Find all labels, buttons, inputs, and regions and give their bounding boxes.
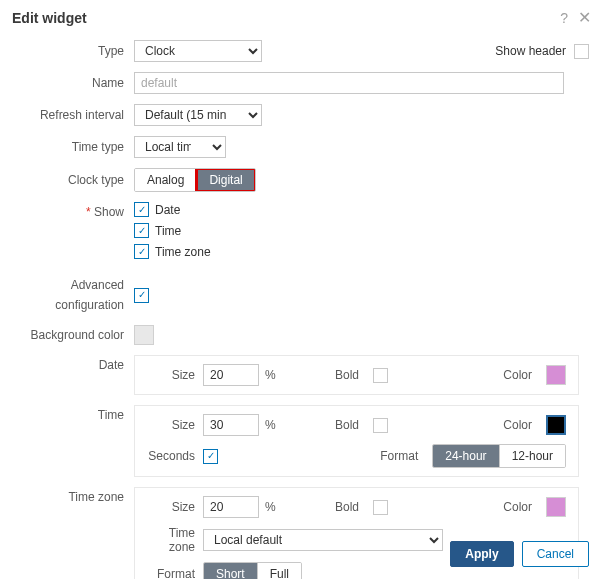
show-timezone-label: Time zone — [155, 245, 211, 259]
label-refresh: Refresh interval — [14, 105, 134, 125]
date-panel: Size % Bold Color — [134, 355, 579, 395]
footer: Apply Cancel — [450, 541, 589, 567]
time-panel: Size % Bold Color Seconds ✓ — [134, 405, 579, 477]
label-show-header: Show header — [495, 44, 566, 58]
tz-format-label: Format — [147, 567, 203, 579]
label-timetype: Time type — [14, 137, 134, 157]
time-bold-checkbox[interactable] — [373, 418, 388, 433]
tz-color-label: Color — [500, 500, 540, 514]
clocktype-digital[interactable]: Digital — [197, 169, 254, 191]
clocktype-toggle: Analog Digital — [134, 168, 256, 192]
time-format-toggle: 24-hour 12-hour — [432, 444, 566, 468]
time-color-swatch[interactable] — [546, 415, 566, 435]
date-bold-label: Bold — [323, 368, 367, 382]
time-seconds-label: Seconds — [147, 449, 203, 463]
time-size-unit: % — [265, 418, 276, 432]
timetype-select[interactable]: Local time — [134, 136, 226, 158]
label-bgcolor: Background color — [14, 325, 134, 345]
help-icon[interactable]: ? — [560, 11, 568, 25]
tz-bold-label: Bold — [323, 500, 367, 514]
time-format-24[interactable]: 24-hour — [433, 445, 499, 467]
tz-format-toggle: Short Full — [203, 562, 302, 579]
apply-button[interactable]: Apply — [450, 541, 513, 567]
time-format-label: Format — [376, 449, 426, 463]
tz-select[interactable]: Local default — [203, 529, 443, 551]
time-size-input[interactable] — [203, 414, 259, 436]
name-input[interactable] — [134, 72, 564, 94]
time-format-12[interactable]: 12-hour — [500, 445, 565, 467]
close-icon[interactable]: ✕ — [578, 10, 591, 26]
time-bold-label: Bold — [323, 418, 367, 432]
tz-format-short[interactable]: Short — [204, 563, 258, 579]
advanced-checkbox[interactable]: ✓ — [134, 288, 149, 303]
time-size-label: Size — [147, 418, 203, 432]
show-timezone-checkbox[interactable]: ✓ — [134, 244, 149, 259]
cancel-button[interactable]: Cancel — [522, 541, 589, 567]
form: Type Clock Show header Name Refresh inte… — [0, 36, 603, 579]
label-type: Type — [14, 41, 134, 61]
date-size-unit: % — [265, 368, 276, 382]
tz-tz-label: Time zone — [147, 526, 203, 554]
show-date-label: Date — [155, 203, 180, 217]
show-date-checkbox[interactable]: ✓ — [134, 202, 149, 217]
time-color-label: Color — [500, 418, 540, 432]
dialog-titlebar: Edit widget ? ✕ — [0, 0, 603, 36]
label-time-section: Time — [14, 405, 134, 425]
date-size-label: Size — [147, 368, 203, 382]
type-select[interactable]: Clock — [134, 40, 262, 62]
show-header-checkbox[interactable] — [574, 44, 589, 59]
label-tz-section: Time zone — [14, 487, 134, 507]
date-bold-checkbox[interactable] — [373, 368, 388, 383]
tz-size-label: Size — [147, 500, 203, 514]
refresh-select[interactable]: Default (15 minutes) — [134, 104, 262, 126]
tz-format-full[interactable]: Full — [258, 563, 301, 579]
tz-size-unit: % — [265, 500, 276, 514]
show-time-checkbox[interactable]: ✓ — [134, 223, 149, 238]
label-clocktype: Clock type — [14, 170, 134, 190]
tz-bold-checkbox[interactable] — [373, 500, 388, 515]
bgcolor-swatch[interactable] — [134, 325, 154, 345]
label-show: Show — [14, 202, 134, 222]
show-time-label: Time — [155, 224, 181, 238]
date-size-input[interactable] — [203, 364, 259, 386]
dialog-title: Edit widget — [12, 10, 550, 26]
label-advanced: Advanced configuration — [14, 275, 134, 315]
date-color-label: Color — [500, 368, 540, 382]
tz-size-input[interactable] — [203, 496, 259, 518]
label-date-section: Date — [14, 355, 134, 375]
date-color-swatch[interactable] — [546, 365, 566, 385]
tz-color-swatch[interactable] — [546, 497, 566, 517]
time-seconds-checkbox[interactable]: ✓ — [203, 449, 218, 464]
clocktype-analog[interactable]: Analog — [135, 169, 197, 191]
label-name: Name — [14, 73, 134, 93]
